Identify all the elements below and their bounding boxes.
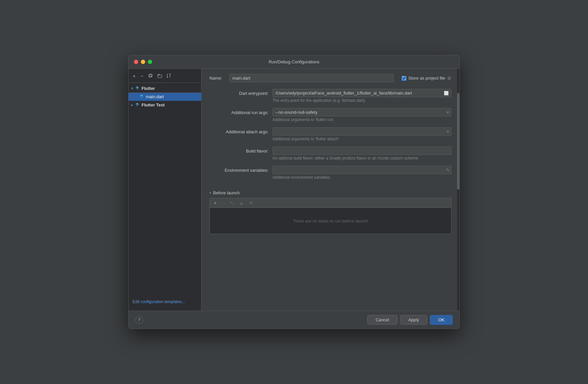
- sidebar-item-main-dart[interactable]: main.dart: [129, 93, 201, 101]
- dart-entrypoint-row: Dart entrypoint: ⬜ The entry-point for t…: [209, 89, 451, 105]
- window-controls: [134, 60, 152, 64]
- dart-entrypoint-browse-icon[interactable]: ⬜: [444, 91, 449, 96]
- svg-marker-5: [141, 96, 143, 98]
- additional-attach-args-hint: Additional arguments to 'flutter attach'…: [272, 137, 451, 141]
- name-input[interactable]: [229, 74, 394, 82]
- build-flavor-hint: An optional build flavor; either a Gradl…: [272, 156, 451, 160]
- sidebar-group-flutter-test[interactable]: ▸ Flutter Test: [129, 101, 201, 109]
- sidebar-group-flutter-label: Flutter: [142, 86, 155, 91]
- name-label: Name:: [209, 76, 229, 81]
- cancel-button[interactable]: Cancel: [367, 315, 397, 325]
- folder-config-button[interactable]: [156, 73, 163, 80]
- svg-rect-0: [149, 75, 151, 77]
- dart-entrypoint-input-wrap: ⬜: [272, 89, 451, 97]
- additional-run-args-field: ✕ Additional arguments to 'flutter run'.: [272, 108, 451, 125]
- maximize-button[interactable]: [148, 60, 152, 64]
- sidebar-group-flutter-test-label: Flutter Test: [142, 102, 165, 107]
- no-tasks-text: There are no tasks to run before launch: [293, 219, 368, 224]
- add-config-button[interactable]: +: [131, 73, 137, 80]
- svg-marker-3: [137, 88, 139, 90]
- additional-run-args-hint: Additional arguments to 'flutter run'.: [272, 117, 451, 122]
- help-button[interactable]: ?: [135, 316, 143, 324]
- build-flavor-input[interactable]: [272, 147, 451, 155]
- sidebar-toolbar: + −: [129, 71, 201, 83]
- sort-config-button[interactable]: [165, 73, 172, 80]
- title-bar: Run/Debug Configurations: [129, 55, 459, 69]
- before-launch-content: There are no tasks to run before launch: [209, 208, 451, 234]
- sidebar: + −: [129, 69, 202, 311]
- additional-run-args-label: Additional run args:: [209, 108, 272, 115]
- dialog-title: Run/Debug Configurations: [268, 59, 319, 64]
- apply-button[interactable]: Apply: [400, 315, 428, 325]
- footer-actions: Cancel Apply OK: [367, 315, 453, 325]
- additional-attach-args-label: Additional attach args:: [209, 127, 272, 134]
- store-project-gear-icon[interactable]: ⚙: [447, 76, 451, 81]
- flutter-file-icon: [139, 94, 144, 98]
- flutter-test-logo-icon: [135, 102, 140, 107]
- flutter-chevron-down: ▾: [131, 87, 133, 90]
- additional-run-args-icon: ✕: [446, 110, 449, 115]
- ok-button[interactable]: OK: [430, 315, 453, 325]
- run-debug-dialog: Run/Debug Configurations + −: [128, 55, 460, 329]
- env-vars-field: ✎ Additional environment variables.: [272, 166, 451, 182]
- before-launch-chevron: ▾: [209, 191, 211, 195]
- main-dart-icon: [139, 94, 144, 99]
- dart-entrypoint-field: ⬜ The entry-point for the application (e…: [272, 89, 451, 105]
- flutter-test-icon: [135, 102, 140, 108]
- before-launch-add-button[interactable]: +: [212, 200, 218, 206]
- sort-icon: [167, 73, 171, 78]
- env-vars-input[interactable]: [272, 166, 451, 174]
- sidebar-item-main-dart-label: main.dart: [146, 94, 164, 99]
- copy-icon: [148, 73, 153, 78]
- before-launch-label: Before launch: [213, 190, 240, 195]
- remove-config-button[interactable]: −: [139, 73, 145, 80]
- additional-run-args-input-wrap: ✕: [272, 108, 451, 116]
- build-flavor-row: Build flavor: An optional build flavor; …: [209, 147, 451, 163]
- copy-config-button[interactable]: [147, 73, 154, 80]
- dart-entrypoint-input[interactable]: [272, 89, 451, 97]
- additional-attach-args-row: Additional attach args: ✕ Additional arg…: [209, 127, 451, 144]
- additional-attach-args-input-wrap: ✕: [272, 127, 451, 136]
- before-launch-remove-button[interactable]: −: [220, 200, 226, 206]
- before-launch-toolbar: + − ✎ ▲ ▼: [209, 198, 451, 208]
- flutter-test-chevron-right: ▸: [131, 103, 133, 107]
- before-launch-down-button[interactable]: ▼: [247, 200, 256, 206]
- footer: ? Cancel Apply OK: [129, 311, 459, 329]
- env-vars-input-wrap: ✎: [272, 166, 451, 174]
- before-launch-header[interactable]: ▾ Before launch: [209, 190, 451, 195]
- main-content: + −: [129, 69, 459, 311]
- additional-attach-args-field: ✕ Additional arguments to 'flutter attac…: [272, 127, 451, 144]
- env-vars-edit-icon[interactable]: ✎: [446, 168, 449, 172]
- env-vars-hint: Additional environment variables.: [272, 175, 451, 180]
- name-input-wrap: [229, 74, 394, 82]
- before-launch-section: ▾ Before launch + − ✎ ▲ ▼ There are no t…: [209, 190, 451, 234]
- before-launch-edit-button[interactable]: ✎: [228, 200, 236, 206]
- svg-marker-6: [136, 103, 139, 104]
- flutter-icon: [135, 86, 140, 91]
- config-panel: Name: Store as project file ⚙ Dart entry…: [202, 69, 459, 311]
- build-flavor-field: An optional build flavor; either a Gradl…: [272, 147, 451, 163]
- store-project-label: Store as project file: [408, 76, 445, 81]
- folder-icon: [157, 74, 162, 78]
- scrollbar-track[interactable]: [457, 69, 459, 311]
- dart-entrypoint-label: Dart entrypoint:: [209, 89, 272, 96]
- scrollbar-thumb: [457, 93, 459, 190]
- dart-entrypoint-hint: The entry-point for the application (e.g…: [272, 98, 451, 103]
- env-vars-label: Environment variables:: [209, 166, 272, 173]
- build-flavor-label: Build flavor:: [209, 147, 272, 154]
- additional-run-args-input[interactable]: [272, 108, 451, 116]
- svg-marker-4: [140, 95, 143, 96]
- svg-marker-2: [136, 86, 139, 88]
- minimize-button[interactable]: [141, 60, 145, 64]
- svg-marker-7: [137, 104, 139, 106]
- before-launch-up-button[interactable]: ▲: [237, 200, 246, 206]
- svg-rect-1: [149, 74, 152, 77]
- flutter-logo-icon: [135, 86, 140, 90]
- store-project-checkbox[interactable]: [402, 76, 406, 81]
- store-project-wrap: Store as project file ⚙: [402, 76, 451, 81]
- edit-templates-link[interactable]: Edit configuration templates...: [129, 295, 201, 308]
- additional-attach-args-input[interactable]: [272, 127, 451, 136]
- close-button[interactable]: [134, 60, 138, 64]
- sidebar-group-flutter[interactable]: ▾ Flutter: [129, 84, 201, 93]
- name-row: Name: Store as project file ⚙: [209, 74, 451, 82]
